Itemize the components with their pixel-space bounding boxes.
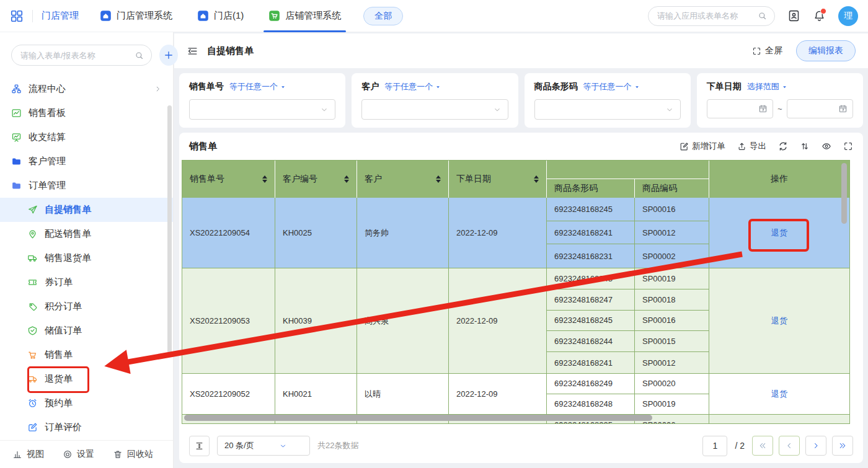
product-item-row: 6923248168245SP00016 [547,198,709,221]
app-search[interactable] [648,6,775,26]
sidebar-search-input[interactable] [19,50,131,61]
return-action-link[interactable]: 退货 [771,227,787,239]
avatar[interactable]: 理 [838,6,858,26]
table-card: 销售单 新增订单导出 销售单号 客户编号 客户 [179,133,863,463]
app-search-input[interactable] [656,11,754,21]
sidebar-item-return-order[interactable]: 退货单 [0,367,173,391]
column-header-customer[interactable]: 客户 [357,161,449,198]
sidebar-scrollbar[interactable] [167,105,172,353]
sidebar-item-points-order[interactable]: 积分订单 [0,294,173,319]
sort-button[interactable] [800,141,810,151]
date-start-input[interactable] [707,99,773,118]
filter-product-barcode: 商品条形码等于任意一个 [525,73,691,128]
sidebar-item-sales-order[interactable]: 销售单 [0,343,173,367]
cell-barcode: 6923248168249 [547,374,635,394]
prev-page-button[interactable] [779,436,800,456]
top-tab-store-1[interactable]: 门店(1) [197,0,244,32]
truck-icon [27,253,38,263]
sidebar-item-income-settlement[interactable]: 收支结算 [0,125,173,149]
visibility-button[interactable] [822,141,831,151]
sort-control[interactable] [436,175,441,183]
cell-text: SP00015 [642,337,676,346]
last-page-button[interactable] [832,436,853,456]
cell-barcode: 6923248168241 [547,352,635,373]
column-header-barcode[interactable]: 商品条形码 [547,179,635,198]
filter-select-customer[interactable] [361,99,508,120]
sidebar-footer-label: 回收站 [127,449,153,460]
sidebar-footer-settings[interactable]: 设置 [63,449,94,460]
date-end-input[interactable] [787,99,853,118]
sidebar-item-sales-return-order[interactable]: 销售退货单 [0,246,173,270]
cell-customer-name: 以晴 [357,374,449,414]
filter-condition-dropdown[interactable]: 选择范围 [747,81,788,92]
cell-actions: 退货 [709,268,849,373]
sidebar-item-reservation-order[interactable]: 预约单 [0,391,173,415]
search-icon[interactable] [758,11,767,20]
export-button[interactable]: 导出 [737,141,766,152]
horizontal-scrollbar[interactable] [184,415,652,421]
data-grid: 销售单号 客户编号 客户 下单日期 [182,160,850,424]
product-item-row: 6923248168247SP00018 [547,289,709,311]
filter-condition-dropdown[interactable]: 等于任意一个 [583,81,640,92]
sidebar-search[interactable] [11,45,152,66]
sidebar-item-flow-center[interactable]: 流程中心 [0,77,173,101]
sidebar-item-pickup-sales-order[interactable]: 自提销售单 [0,198,173,222]
return-action-link[interactable]: 退货 [771,316,787,327]
row-height-button[interactable] [189,436,210,456]
new-order-button[interactable]: 新增订单 [680,141,725,152]
sidebar-footer-view[interactable]: 视图 [12,449,44,460]
return-action-link[interactable]: 退货 [771,389,787,400]
page-size-select[interactable]: 20 条/页 [217,436,310,456]
cell-product-code: SP00015 [635,331,709,351]
sidebar-item-coupon-order[interactable]: 券订单 [0,270,173,294]
edit-report-button[interactable]: 编辑报表 [796,40,856,61]
collapse-sidebar-icon[interactable] [187,45,198,57]
column-header-customer-no[interactable]: 客户编号 [275,161,357,198]
contacts-icon[interactable] [787,9,800,22]
next-page-button[interactable] [805,436,826,456]
vertical-scrollbar[interactable] [841,163,847,224]
sidebar-item-order-management[interactable]: 订单管理 [0,174,173,198]
scope-all-pill[interactable]: 全部 [363,7,403,25]
sidebar-footer-recycle-bin[interactable]: 回收站 [113,449,153,460]
cell-product-code: SP00019 [635,394,709,415]
refresh-button[interactable] [778,141,788,151]
first-page-button[interactable] [752,436,773,456]
filter-select-sales-order-no[interactable] [189,99,335,120]
column-header-order-date[interactable]: 下单日期 [449,161,547,198]
caret-down-icon [280,84,286,91]
filter-condition-dropdown[interactable]: 等于任意一个 [384,81,441,92]
add-form-button[interactable] [159,45,178,66]
sidebar-item-customer-management[interactable]: 客户管理 [0,149,173,174]
column-label: 客户 [365,174,382,185]
sort-control[interactable] [262,175,267,183]
search-icon[interactable] [135,51,144,60]
cell-order-no: XS20221209053 [182,268,275,373]
tag-icon [27,301,38,312]
column-header-order-no[interactable]: 销售单号 [182,161,275,198]
trash-icon [113,449,123,459]
top-tab-shop-management-system[interactable]: 店铺管理系统 [268,0,341,32]
fullscreen-button[interactable] [843,141,853,151]
sidebar-item-stored-value-order[interactable]: 储值订单 [0,319,173,343]
workspace-label[interactable]: 门店管理 [42,10,79,22]
cell-barcode: 6923248168231 [547,244,635,268]
cell-actions: 退货 [709,374,849,414]
sidebar-item-order-review[interactable]: 订单评价 [0,415,173,439]
sidebar-footer-label: 视图 [27,449,44,460]
column-label: 商品条形码 [554,183,598,194]
eye-icon [822,141,831,151]
top-tab-store-management-system[interactable]: 门店管理系统 [100,0,172,32]
column-header-product-code[interactable]: 商品编码 [635,179,709,198]
filter-select-product-barcode[interactable] [534,99,681,120]
notification-bell[interactable] [813,9,826,22]
sidebar-item-delivery-sales-order[interactable]: 配送销售单 [0,222,173,246]
sidebar-item-sales-dashboard[interactable]: 销售看板 [0,101,173,125]
filter-condition-dropdown[interactable]: 等于任意一个 [229,81,286,92]
page-number-input[interactable] [702,436,727,456]
sort-control[interactable] [344,175,349,183]
filter-bar: 销售单号等于任意一个客户等于任意一个商品条形码等于任意一个下单日期选择范围~ [179,73,863,128]
sort-control[interactable] [534,175,539,183]
fullscreen-button[interactable]: 全屏 [752,45,782,56]
apps-grid-icon[interactable] [10,9,24,23]
